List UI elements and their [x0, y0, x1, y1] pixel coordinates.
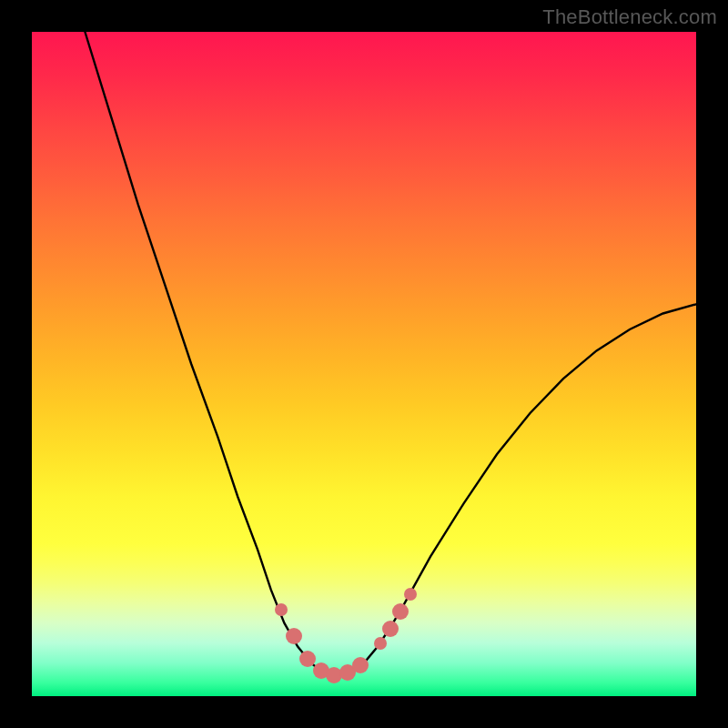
curve-marker [275, 603, 288, 616]
plot-area [32, 32, 696, 696]
curve-svg [32, 32, 696, 696]
curve-path [85, 32, 696, 675]
curve-marker [392, 603, 409, 620]
curve-marker [382, 621, 399, 637]
watermark-text: TheBottleneck.com [542, 5, 717, 29]
curve-marker [352, 657, 369, 673]
curve-marker [374, 637, 387, 650]
curve-marker [299, 651, 316, 667]
chart-frame: TheBottleneck.com [0, 0, 728, 728]
